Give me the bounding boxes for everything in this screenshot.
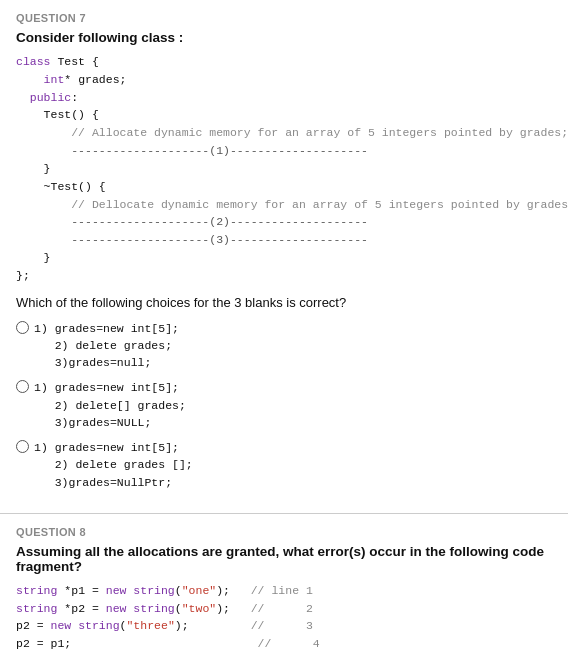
question-7-block: QUESTION 7 Consider following class : cl… — [0, 0, 568, 514]
q8-label: QUESTION 8 — [16, 526, 552, 538]
q7-code: class Test { int* grades; public: Test()… — [16, 53, 552, 285]
q7-option-3[interactable]: 1) grades=new int[5]; 2) delete grades [… — [16, 439, 552, 491]
q7-body: Which of the following choices for the 3… — [16, 295, 552, 310]
q8-question-text: Assuming all the allocations are granted… — [16, 544, 552, 574]
q8-code: string *p1 = new string("one"); // line … — [16, 582, 552, 657]
q7-radio-2[interactable] — [16, 380, 29, 393]
q7-option-2-lines: 1) grades=new int[5]; 2) delete[] grades… — [34, 379, 186, 431]
q7-radio-3[interactable] — [16, 440, 29, 453]
question-8-block: QUESTION 8 Assuming all the allocations … — [0, 514, 568, 657]
q7-option-3-lines: 1) grades=new int[5]; 2) delete grades [… — [34, 439, 193, 491]
q7-question-text: Consider following class : — [16, 30, 552, 45]
q7-option-2[interactable]: 1) grades=new int[5]; 2) delete[] grades… — [16, 379, 552, 431]
q7-label: QUESTION 7 — [16, 12, 552, 24]
q7-option-1-lines: 1) grades=new int[5]; 2) delete grades; … — [34, 320, 179, 372]
q7-option-1[interactable]: 1) grades=new int[5]; 2) delete grades; … — [16, 320, 552, 372]
q7-radio-1[interactable] — [16, 321, 29, 334]
